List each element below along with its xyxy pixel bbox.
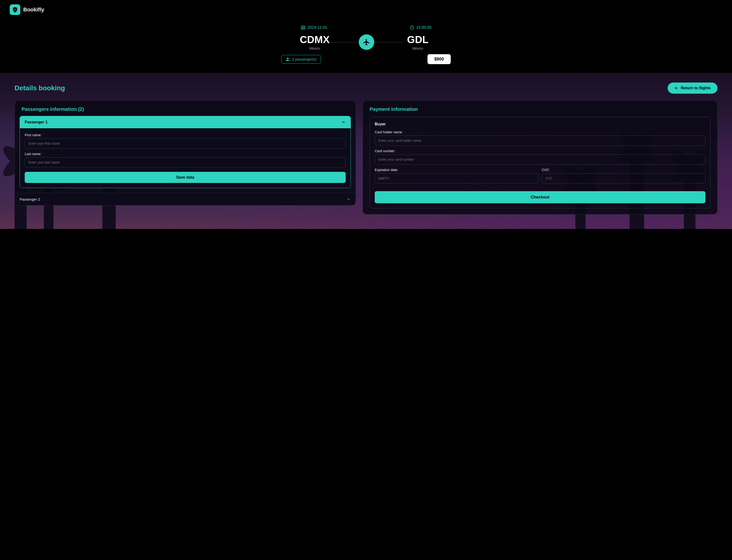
last-name-label: Last name: [25,152,346,156]
section-header: Details booking Return to flights [15,83,717,94]
passenger-2-label: Passenger 2 [20,197,40,201]
main-content: Details booking Return to flights Passen… [0,73,732,229]
route-line [330,34,403,50]
section-title: Details booking [15,84,65,92]
card-number-input[interactable] [375,154,705,165]
flight-top-row: 2024-11-01 15:00:00 [301,25,431,30]
expiration-label: Expiration date: [375,168,538,172]
svg-rect-0 [301,26,305,30]
dest-city: México [403,46,432,50]
cvc-input[interactable] [542,173,705,183]
checkout-button[interactable]: Checkout [375,191,705,203]
calendar-icon [301,25,305,30]
clock-icon [410,25,414,30]
svg-point-8 [287,58,288,59]
origin-code: CDMX [300,34,330,45]
card-holder-label: Card holder name: [375,130,705,134]
svg-rect-5 [303,28,303,29]
svg-rect-4 [302,28,303,29]
cards-row: Passengers information (2) Passenger 1 F… [15,100,717,214]
expiration-input[interactable] [375,173,538,183]
card-holder-input[interactable] [375,136,705,146]
flight-date: 2024-11-01 [301,25,327,30]
line-left [330,42,359,42]
brand-name: Bookifly [23,7,44,13]
buyer-label: Buyer [375,122,705,126]
origin-city: México [300,46,330,50]
flight-info-bar: 2024-11-01 15:00:00 CDMX México GDL [0,19,732,73]
card-number-field: Card number: [375,149,705,165]
content-inner: Details booking Return to flights Passen… [15,83,717,214]
expiry-cvc-row: Expiration date: CVC: [375,168,705,187]
passengers-card: Passengers information (2) Passenger 1 F… [15,100,356,205]
flight-icon [363,38,370,46]
arrow-left-icon [674,86,679,90]
flight-time: 15:00:00 [410,25,431,30]
last-name-field: Last name: [25,152,346,167]
first-name-label: First name: [25,133,346,137]
dest-code: GDL [403,34,432,45]
price-badge: $800 [427,54,451,64]
logo-box [10,4,20,15]
passenger-1-accordion: Passenger 1 First name: Last name: [20,116,351,188]
passenger-2-accordion[interactable]: Passenger 2 [15,193,356,205]
passenger-1-body: First name: Last name: Save data [20,128,351,188]
passengers-card-title: Passengers information (2) [15,101,356,116]
passengers-badge: 2 passenger(s) [281,55,321,64]
payment-title: Payment information [370,106,710,112]
chevron-down-icon [346,197,351,201]
first-name-input[interactable] [25,138,346,149]
return-btn-label: Return to flights [681,86,711,90]
card-number-label: Card number: [375,149,705,153]
cvc-label: CVC: [542,168,705,172]
first-name-field: First name: [25,133,346,149]
last-name-input[interactable] [25,157,346,167]
navbar: Bookifly [0,0,732,19]
card-holder-field: Card holder name: [375,130,705,146]
chevron-up-icon [341,120,346,124]
dest-block: GDL México [403,34,432,50]
plane-circle [359,34,374,50]
passenger-1-label: Passenger 1 [25,120,47,124]
line-right [374,42,403,42]
svg-rect-6 [304,28,304,29]
flight-route: CDMX México GDL México [300,34,432,50]
flight-bottom-row: 2 passenger(s) $800 [281,54,451,64]
passengers-icon [286,57,290,61]
expiration-field: Expiration date: [375,168,538,183]
payment-card: Payment information Buyer Card holder na… [363,100,717,214]
passengers-count: 2 passenger(s) [292,57,316,61]
plane-shield-icon [12,7,18,13]
buyer-box: Buyer Card holder name: Card number: Exp… [370,117,710,208]
return-to-flights-button[interactable]: Return to flights [668,83,717,94]
origin-block: CDMX México [300,34,330,50]
cvc-field: CVC: [542,168,705,187]
passenger-1-header[interactable]: Passenger 1 [20,116,351,128]
save-data-button[interactable]: Save data [25,172,346,183]
